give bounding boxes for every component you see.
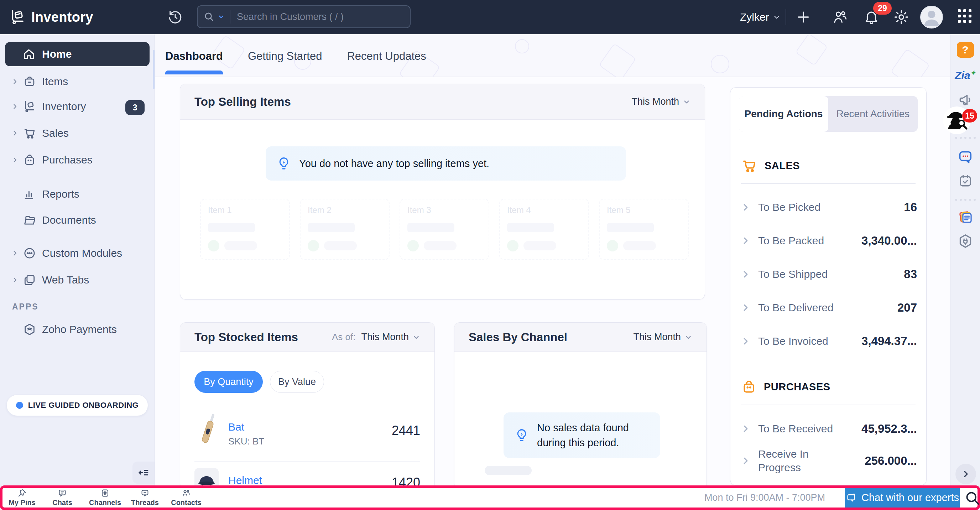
dotted-separator	[955, 199, 976, 201]
users-icon[interactable]	[832, 9, 848, 25]
bottom-search-icon[interactable]	[964, 490, 980, 506]
divider	[741, 183, 916, 184]
settings-gear-icon[interactable]	[893, 9, 910, 25]
live-guided-onboarding-button[interactable]: LIVE GUIDED ONBOARDING	[6, 395, 148, 416]
bottom-item-channels[interactable]: Channels	[86, 488, 125, 507]
search-icon	[203, 11, 215, 22]
org-picker[interactable]: Zylker	[740, 0, 781, 34]
pattern-doodle	[890, 48, 930, 77]
chevron-down-icon	[684, 333, 692, 341]
expand-panel-button[interactable]	[955, 464, 976, 484]
live-dot-icon	[16, 402, 23, 409]
skeleton-item: Item 5	[599, 199, 689, 260]
card-title: Sales By Channel	[469, 330, 567, 344]
top-stocked-items-card: Top Stocked Items As of: This Month By Q…	[180, 322, 435, 490]
support-hours: Mon to Fri 9:00AM - 7:00PM	[705, 488, 825, 507]
sidebar-item-sales[interactable]: Sales	[0, 123, 155, 143]
item-link-bat[interactable]: Bat	[228, 421, 244, 433]
main-tab-strip: Dashboard Getting Started Recent Updates	[155, 34, 950, 77]
as-of-period-dropdown[interactable]: As of: This Month	[332, 332, 420, 343]
apps-section-header: APPS	[12, 302, 39, 312]
sidebar-item-purchases[interactable]: Purchases	[0, 150, 155, 170]
chevron-right-icon	[741, 424, 750, 434]
zia-icon[interactable]: Zia✦	[955, 69, 975, 81]
sidebar-item-zoho-payments[interactable]: Zoho Payments	[0, 319, 155, 340]
row-value: 83	[904, 268, 917, 281]
sidebar: Home Items Inventory 3 Sales Purchases R…	[0, 34, 155, 510]
add-new-icon[interactable]	[795, 9, 811, 25]
tab-getting-started[interactable]: Getting Started	[248, 50, 322, 63]
refresh-icon[interactable]	[167, 9, 183, 25]
period-value: This Month	[633, 332, 681, 343]
period-dropdown[interactable]: This Month	[633, 332, 692, 343]
bottom-item-my-pins[interactable]: My Pins	[3, 488, 42, 507]
sidebar-item-reports[interactable]: Reports	[0, 184, 155, 204]
sidebar-item-items[interactable]: Items	[0, 71, 155, 92]
pending-row-to-be-picked[interactable]: To Be Picked 16	[741, 194, 917, 220]
pending-row-to-be-delivered[interactable]: To Be Delivered 207	[741, 295, 917, 320]
card-header: Top Stocked Items As of: This Month	[180, 323, 434, 352]
search-input[interactable]	[237, 11, 404, 22]
pin-icon	[17, 488, 27, 498]
sidebar-item-home[interactable]: Home	[5, 42, 150, 66]
chat-with-experts-button[interactable]: Chat with our experts	[845, 488, 960, 507]
tab-dashboard[interactable]: Dashboard	[165, 50, 223, 63]
pattern-doodle	[795, 34, 828, 66]
skeleton-item: Item 1	[200, 199, 290, 260]
search-scope-chevron-icon[interactable]	[218, 13, 225, 20]
bottom-item-threads[interactable]: Threads	[125, 488, 164, 507]
tab-pending-actions[interactable]: Pending Actions	[739, 96, 828, 132]
by-value-toggle[interactable]: By Value	[270, 371, 324, 393]
sidebar-item-custom-modules[interactable]: Custom Modules	[0, 243, 155, 263]
global-search[interactable]	[197, 5, 410, 28]
row-value: 3,340.00...	[861, 234, 917, 247]
inventory-count-badge: 3	[125, 100, 145, 115]
cliq-bottom-bar: My Pins Chats Channels Threads Contacts …	[0, 485, 980, 510]
top-selling-items-card: Top Selling Items This Month You do not …	[180, 84, 705, 300]
by-quantity-toggle[interactable]: By Quantity	[194, 371, 263, 393]
item-link-helmet[interactable]: Helmet	[228, 474, 262, 486]
pattern-doodle	[515, 39, 529, 53]
megaphone-icon[interactable]	[958, 92, 973, 108]
sidebar-item-inventory[interactable]: Inventory 3	[0, 96, 155, 117]
tab-recent-updates[interactable]: Recent Updates	[347, 50, 426, 63]
purchases-section-header: PURCHASES	[741, 379, 830, 395]
pending-row-receive-in-progress[interactable]: Receive In Progress 256.000...	[741, 444, 917, 478]
pending-row-to-be-received[interactable]: To Be Received 45,952.3...	[741, 416, 917, 441]
pending-row-to-be-shipped[interactable]: To Be Shipped 83	[741, 261, 917, 287]
empty-message-text: You do not have any top selling items ye…	[299, 156, 489, 171]
bottom-item-contacts[interactable]: Contacts	[167, 488, 206, 507]
app-grid-icon[interactable]	[958, 9, 972, 23]
sidebar-collapse-button[interactable]	[132, 462, 154, 484]
chat-dots-icon[interactable]	[957, 149, 974, 165]
bat-item-image	[196, 411, 221, 450]
row-value: 207	[897, 301, 917, 314]
row-value: 16	[904, 201, 917, 214]
sidebar-item-web-tabs[interactable]: Web Tabs	[0, 269, 155, 290]
bag-icon	[23, 75, 36, 88]
panel-tab-toggle: Pending Actions Recent Activities	[739, 96, 918, 132]
card-header: Sales By Channel This Month	[454, 323, 706, 352]
user-avatar[interactable]	[920, 6, 943, 29]
bottom-item-chats[interactable]: Chats	[43, 488, 82, 507]
topbar-divider	[786, 9, 786, 25]
plugin-hexagon-icon[interactable]	[957, 233, 974, 249]
pending-actions-panel: Pending Actions Recent Activities SALES …	[730, 87, 927, 485]
contacts-icon	[181, 488, 192, 498]
pending-row-to-be-packed[interactable]: To Be Packed 3,340.00...	[741, 228, 917, 253]
pending-row-to-be-invoiced[interactable]: To Be Invoiced 3,494.37...	[741, 328, 917, 354]
chevron-right-icon	[741, 269, 750, 279]
calendar-check-icon[interactable]	[958, 173, 973, 189]
topbar: Inventory Zylker	[0, 0, 980, 34]
tab-recent-activities[interactable]: Recent Activities	[828, 96, 918, 132]
help-button[interactable]: ?	[957, 42, 974, 58]
documents-stack-icon[interactable]	[957, 209, 974, 226]
chat-bubble-icon	[846, 492, 856, 503]
app-logo[interactable]: Inventory	[0, 0, 155, 34]
chevron-down-icon	[412, 333, 420, 341]
chat-button-label: Chat with our experts	[861, 492, 959, 504]
sidebar-item-label: Custom Modules	[42, 247, 122, 259]
empty-state-message: No sales data found during this period.	[504, 413, 660, 458]
sidebar-item-documents[interactable]: Documents	[0, 210, 155, 230]
period-dropdown[interactable]: This Month	[632, 96, 690, 107]
